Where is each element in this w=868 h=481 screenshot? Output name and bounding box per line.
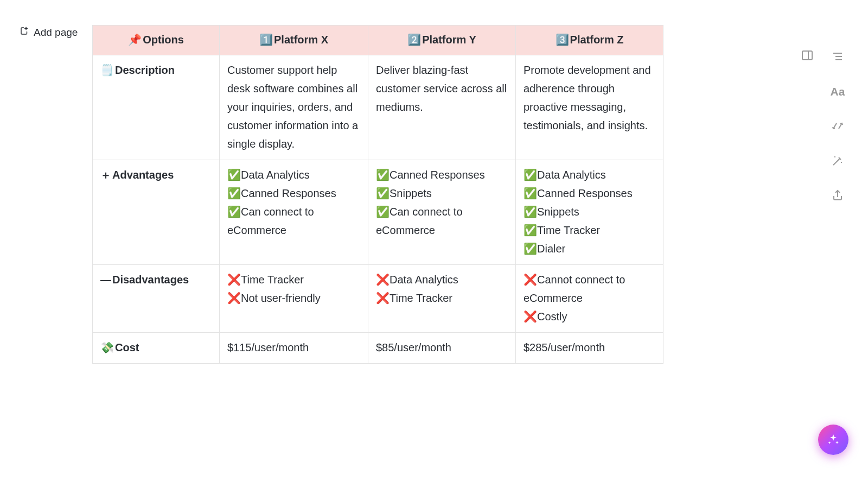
row-disadvantages-label-cell: —Disadvantages bbox=[93, 265, 220, 333]
add-page-icon bbox=[20, 26, 29, 39]
header-platform-z-label: Platform Z bbox=[570, 34, 624, 46]
money-icon: 💸 bbox=[100, 341, 114, 353]
description-x[interactable]: Customer support help desk software comb… bbox=[220, 55, 368, 160]
plus-icon: ＋ bbox=[100, 169, 111, 181]
description-z[interactable]: Promote develop­ment and adherence throu… bbox=[516, 55, 663, 160]
typography-icon[interactable]: Aa bbox=[830, 84, 845, 99]
ai-fab-button[interactable] bbox=[818, 425, 848, 455]
two-icon: 2️⃣ bbox=[407, 34, 421, 46]
advantages-z[interactable]: ✅Data Analytics✅Canned Responses✅Snippet… bbox=[516, 160, 663, 265]
list-item: ✅Data Analytics bbox=[524, 166, 655, 184]
cost-y[interactable]: $85/user/month bbox=[368, 333, 516, 364]
list-item: ✅Dialer bbox=[524, 239, 655, 258]
description-y[interactable]: Deliver blazing-fast customer service ac… bbox=[368, 55, 516, 160]
list-item: ✅Snippets bbox=[376, 184, 508, 202]
cost-z[interactable]: $285/user/month bbox=[516, 333, 663, 364]
right-toolbar: Aa bbox=[822, 49, 853, 203]
minus-icon: — bbox=[100, 274, 111, 286]
row-cost-label: Cost bbox=[115, 341, 139, 353]
advantages-y[interactable]: ✅Canned Responses✅Snippets✅Can connect t… bbox=[368, 160, 516, 265]
list-item: ✅Canned Responses bbox=[524, 184, 655, 202]
one-icon: 1️⃣ bbox=[259, 34, 273, 46]
list-item: ✅Can connect to eCommerce bbox=[376, 202, 508, 239]
row-advantages-label-cell: ＋Advantages bbox=[93, 160, 220, 265]
comparison-table: 📌Options 1️⃣Platform X 2️⃣Platform Y 3️⃣… bbox=[92, 25, 663, 364]
header-options-label: Options bbox=[143, 34, 184, 46]
three-icon: 3️⃣ bbox=[556, 34, 569, 46]
row-cost-label-cell: 💸Cost bbox=[93, 333, 220, 364]
disadvantages-y[interactable]: ❌Data Analytics❌Time Tracker bbox=[368, 265, 516, 333]
add-page-label: Add page bbox=[34, 27, 78, 39]
row-description-label: Description bbox=[115, 64, 175, 76]
row-description-label-cell: 🗒️Description bbox=[93, 55, 220, 160]
disadvantages-x[interactable]: ❌Time Tracker❌Not user-friendly bbox=[220, 265, 368, 333]
header-platform-y-label: Platform Y bbox=[422, 34, 476, 46]
list-item: ✅Canned Responses bbox=[227, 184, 360, 202]
row-description: 🗒️Description Customer support help desk… bbox=[93, 55, 663, 160]
panel-icon[interactable] bbox=[801, 49, 814, 65]
list-item: ✅Data Analytics bbox=[227, 166, 360, 184]
header-platform-z: 3️⃣Platform Z bbox=[516, 26, 663, 55]
row-disadvantages-label: Disadvantages bbox=[112, 274, 189, 286]
list-item: ✅Canned Responses bbox=[376, 166, 508, 184]
list-item: ❌Data Analytics bbox=[376, 270, 508, 289]
list-item: ✅Time Tracker bbox=[524, 221, 655, 239]
notepad-icon: 🗒️ bbox=[100, 64, 114, 76]
list-item: ✅Snippets bbox=[524, 202, 655, 221]
cost-x[interactable]: $115/user/month bbox=[220, 333, 368, 364]
list-item: ❌Not user-friendly bbox=[227, 289, 360, 307]
pin-icon: 📌 bbox=[128, 34, 142, 46]
svg-rect-3 bbox=[802, 51, 812, 60]
share-icon[interactable] bbox=[830, 188, 845, 203]
header-platform-x: 1️⃣Platform X bbox=[220, 26, 368, 55]
list-item: ❌Time Tracker bbox=[376, 289, 508, 307]
header-platform-y: 2️⃣Platform Y bbox=[368, 26, 516, 55]
row-advantages: ＋Advantages ✅Data Analytics✅Canned Respo… bbox=[93, 160, 663, 265]
header-options: 📌Options bbox=[93, 26, 220, 55]
magic-wand-icon[interactable] bbox=[830, 153, 845, 168]
swap-icon[interactable] bbox=[830, 118, 845, 134]
advantages-x[interactable]: ✅Data Analytics✅Canned Responses✅Can con… bbox=[220, 160, 368, 265]
header-platform-x-label: Platform X bbox=[274, 34, 328, 46]
list-item: ❌Time Tracker bbox=[227, 270, 360, 289]
list-item: ✅Can connect to eCommerce bbox=[227, 202, 360, 239]
outline-icon[interactable] bbox=[830, 49, 845, 64]
row-cost: 💸Cost $115/user/month $85/user/month $28… bbox=[93, 333, 663, 364]
add-page-button[interactable]: Add page bbox=[20, 26, 78, 39]
disadvantages-z[interactable]: ❌Cannot connect to eCommerce❌Costly bbox=[516, 265, 663, 333]
list-item: ❌Cannot connect to eCommerce bbox=[524, 270, 655, 307]
row-advantages-label: Advantages bbox=[112, 169, 174, 181]
row-disadvantages: —Disadvantages ❌Time Tracker❌Not user-fr… bbox=[93, 265, 663, 333]
list-item: ❌Costly bbox=[524, 307, 655, 326]
